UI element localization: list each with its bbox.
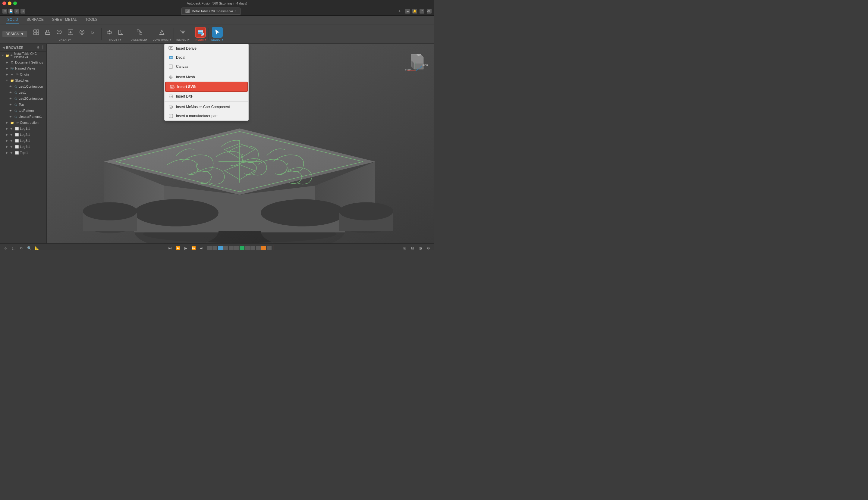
close-window-button[interactable] xyxy=(2,1,6,5)
timeline-start-button[interactable]: ⏮ xyxy=(167,245,173,250)
timeline-feature-6[interactable] xyxy=(234,246,239,250)
menu-insert-derive[interactable]: Insert Derive xyxy=(165,44,248,53)
menu-canvas[interactable]: Canvas xyxy=(165,62,248,71)
timeline-play-button[interactable]: ▶ xyxy=(182,245,189,250)
tree-leg4-1[interactable]: ▶ 👁 ⬜ Leg4:1 xyxy=(0,144,46,150)
origin-visibility[interactable]: 👁 xyxy=(15,72,19,77)
display-settings-button[interactable]: ⊞ xyxy=(401,245,408,250)
leg4-1-visibility[interactable]: 👁 xyxy=(10,145,14,149)
timeline-feature-1[interactable] xyxy=(207,246,212,250)
active-tab[interactable]: Metal Table CNC Plasma v4 × xyxy=(181,8,240,15)
new-component-button[interactable] xyxy=(31,27,42,38)
menu-insert-mcmaster[interactable]: MC Insert McMaster-Carr Component xyxy=(165,102,248,112)
insert-button[interactable] xyxy=(195,27,206,38)
undo-icon[interactable]: ↩ xyxy=(14,9,19,13)
leg2-1-visibility[interactable]: 👁 xyxy=(10,133,14,137)
tree-top-1[interactable]: ▶ 👁 ⬜ Top:1 xyxy=(0,150,46,156)
leg1c-visibility[interactable]: 👁 xyxy=(9,84,13,89)
tree-toppattern[interactable]: 👁 ⬡ topPattern xyxy=(0,107,46,114)
timeline-next-button[interactable]: ⏩ xyxy=(190,245,197,250)
tree-leg1contruction[interactable]: 👁 ⬡ Leg1Contruction xyxy=(0,83,46,90)
menu-insert-manufacturer[interactable]: Insert a manufacturer part xyxy=(165,112,248,121)
leg3-1-visibility[interactable]: 👁 xyxy=(10,138,14,143)
browser-collapse-icon[interactable]: ◀ xyxy=(2,46,5,49)
tab-sheet-metal[interactable]: SHEET METAL xyxy=(51,16,78,24)
root-visibility-icon[interactable]: 👁 xyxy=(10,53,13,58)
timeline-feature-10[interactable] xyxy=(256,246,261,250)
timeline-feature-5[interactable] xyxy=(229,246,234,250)
tree-document-settings[interactable]: ▶ ⚙ Document Settings xyxy=(0,59,46,65)
menu-insert-dxf[interactable]: DXF Insert DXF xyxy=(165,92,248,101)
help-icon[interactable]: ? xyxy=(420,9,424,13)
timeline-feature-11[interactable] xyxy=(261,246,266,250)
design-button[interactable]: DESIGN ▼ xyxy=(2,31,27,37)
toppattern-visibility[interactable]: 👁 xyxy=(9,109,13,113)
view-settings-button[interactable]: ⊟ xyxy=(409,245,416,250)
orbit-button[interactable]: ↺ xyxy=(18,245,25,250)
menu-decal[interactable]: IMG Decal xyxy=(165,53,248,62)
tree-leg1[interactable]: 👁 ⬡ Leg1 xyxy=(0,90,46,95)
tab-surface[interactable]: SURFACE xyxy=(25,16,45,24)
timeline-feature-9[interactable] xyxy=(251,246,255,250)
press-pull-button[interactable] xyxy=(104,27,115,38)
timeline-feature-2[interactable] xyxy=(212,246,217,250)
timeline-feature-8[interactable] xyxy=(245,246,250,250)
timeline-prev-button[interactable]: ⏪ xyxy=(175,245,181,250)
timeline-feature-12[interactable] xyxy=(267,246,271,250)
settings-icon[interactable]: ⚙ xyxy=(425,245,432,250)
sketch-button[interactable] xyxy=(65,27,76,38)
tree-leg3-1[interactable]: ▶ 👁 ⬜ Leg3:1 xyxy=(0,138,46,144)
browser-expand-icon[interactable]: ⊕ xyxy=(37,45,40,49)
tab-tools[interactable]: TOOLS xyxy=(84,16,99,24)
leg2c-visibility[interactable]: 👁 xyxy=(9,96,13,101)
construct-button[interactable] xyxy=(156,27,167,38)
redo-icon[interactable]: ↪ xyxy=(21,9,25,13)
save-icon[interactable]: 💾 xyxy=(9,9,13,13)
circular-visibility[interactable]: 👁 xyxy=(9,114,13,119)
browser-panel-toggle[interactable]: ┃ xyxy=(42,45,44,49)
account-icon[interactable]: AE xyxy=(427,9,432,13)
leg1-visibility[interactable]: 👁 xyxy=(9,90,13,94)
app-grid-icon[interactable]: ⊞ xyxy=(2,9,7,13)
timeline-feature-3[interactable] xyxy=(218,246,223,250)
cloud-icon[interactable]: ☁ xyxy=(405,9,410,13)
top-1-visibility[interactable]: 👁 xyxy=(10,151,14,155)
extrude-button[interactable] xyxy=(42,27,53,38)
construction-visibility[interactable]: 👁 xyxy=(15,121,19,125)
joint-button[interactable] xyxy=(134,27,145,38)
new-tab-button[interactable]: + xyxy=(397,8,403,14)
tree-origin[interactable]: ▶ ✛ 👁 Origin xyxy=(0,71,46,77)
tab-close-button[interactable]: × xyxy=(235,9,237,13)
select-button[interactable] xyxy=(212,27,223,38)
fx-button[interactable]: fx xyxy=(88,27,99,38)
notification-icon[interactable]: 🔔 xyxy=(412,9,417,13)
view-gizmo[interactable]: TOP FRONT RIGHT xyxy=(404,50,428,74)
timeline-end-button[interactable]: ⏭ xyxy=(198,245,205,250)
snap-button[interactable]: ⊹ xyxy=(2,245,9,250)
tree-leg2contruction[interactable]: 👁 ⬡ Leg2Contruction xyxy=(0,95,46,102)
tree-circularpattern[interactable]: 👁 ⬡ circularPattern1 xyxy=(0,114,46,120)
select-tool-button[interactable]: ⬚ xyxy=(10,245,17,250)
3d-viewport[interactable]: TOP FRONT RIGHT Insert xyxy=(47,44,434,243)
tree-leg1-1[interactable]: ▶ 👁 ⬜ Leg1:1 xyxy=(0,126,46,132)
menu-insert-mesh[interactable]: Insert Mesh xyxy=(165,72,248,82)
top-visibility[interactable]: 👁 xyxy=(9,102,13,106)
form-button[interactable] xyxy=(77,27,87,38)
tree-construction[interactable]: ▶ 📁 👁 Construction xyxy=(0,120,46,126)
render-mode-button[interactable]: ◑ xyxy=(417,245,424,250)
tree-root[interactable]: ▼ 📁 👁 Metal Table CNC Plasma v4 xyxy=(0,52,46,59)
tree-named-views[interactable]: ▶ 📷 Named Views xyxy=(0,65,46,71)
tab-solid[interactable]: SOLID xyxy=(6,16,19,24)
zoom-button[interactable]: 🔍 xyxy=(26,245,33,250)
menu-insert-svg[interactable]: SVG Insert SVG xyxy=(165,82,248,92)
revolve-button[interactable] xyxy=(54,27,65,38)
minimize-window-button[interactable] xyxy=(8,1,11,5)
leg1-1-visibility[interactable]: 👁 xyxy=(10,126,14,131)
tree-sketches[interactable]: ▼ 📁 Sketches xyxy=(0,77,46,83)
timeline-feature-4[interactable] xyxy=(223,246,228,250)
maximize-window-button[interactable] xyxy=(13,1,17,5)
tree-leg2-1[interactable]: ▶ 👁 ⬜ Leg2:1 xyxy=(0,132,46,138)
inspect-button[interactable] xyxy=(178,27,188,38)
measure-button[interactable]: 📐 xyxy=(34,245,41,250)
timeline-feature-7[interactable] xyxy=(240,246,244,250)
